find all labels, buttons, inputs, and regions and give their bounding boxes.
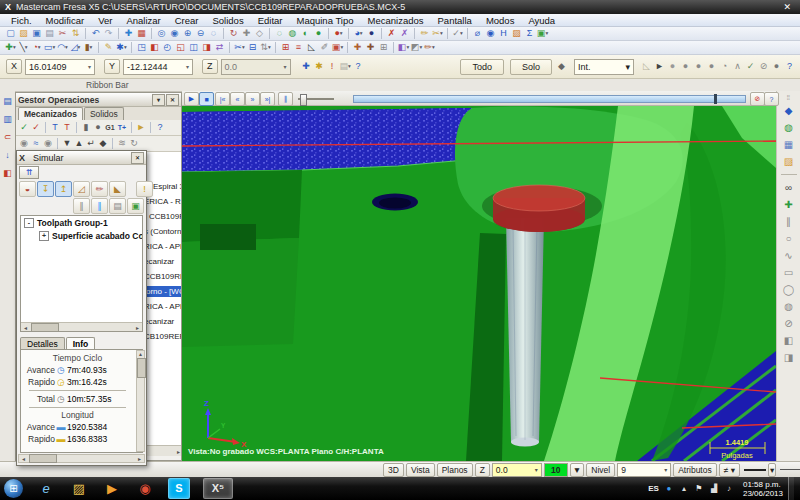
add-entity-icon[interactable]: ✚ bbox=[782, 198, 796, 211]
analyze-position-icon[interactable]: ⌀ bbox=[471, 28, 484, 40]
status-3d-button[interactable]: 3D bbox=[383, 463, 404, 477]
backplot-ops-icon[interactable]: ▮ bbox=[80, 122, 92, 134]
image-capture-icon[interactable]: ▦ bbox=[135, 28, 148, 40]
sim-show-tool-icon[interactable]: ↧ bbox=[37, 181, 54, 197]
xform-array-icon[interactable]: ⇄ bbox=[213, 42, 226, 54]
scroll-right-icon[interactable]: ▸ bbox=[133, 324, 142, 331]
wcs-grid-icon[interactable]: ⊞ bbox=[377, 42, 390, 54]
menu-fich-[interactable]: Fich. bbox=[4, 15, 39, 26]
move-down-icon[interactable]: ▼ bbox=[61, 138, 73, 150]
sim-options-icon[interactable]: ! bbox=[136, 181, 153, 197]
zoom-out-icon[interactable]: ⊖ bbox=[194, 28, 207, 40]
no-entry-icon[interactable]: ⊘ bbox=[782, 317, 796, 330]
status-vista-button[interactable]: Vista bbox=[406, 463, 435, 477]
insert-marker-icon[interactable]: ↵ bbox=[85, 138, 97, 150]
gview-screen-icon[interactable]: ▦ bbox=[782, 138, 796, 151]
modify-normal-icon[interactable]: ⇅▾ bbox=[259, 42, 272, 54]
drafting-star-icon[interactable]: ✱▾ bbox=[115, 42, 128, 54]
operation-item[interactable]: RICA - APK bbox=[144, 241, 181, 252]
analyze-dynamic-icon[interactable]: ◉ bbox=[484, 28, 497, 40]
gview-globe-icon[interactable]: ● bbox=[365, 28, 378, 40]
selection-mode-dropdown[interactable]: Int. ▾ bbox=[574, 59, 634, 75]
verify-ops-icon[interactable]: ● bbox=[92, 122, 104, 134]
dynamic-pan-icon[interactable]: ✚ bbox=[240, 28, 253, 40]
sim-hatch-blue-icon[interactable]: ∥ bbox=[91, 198, 108, 214]
tree-hscrollbar[interactable]: ◂ ▸ bbox=[21, 322, 142, 331]
scrollbar-thumb[interactable] bbox=[137, 358, 146, 378]
operation-item[interactable]: CCB109REF bbox=[144, 271, 181, 282]
step-forward-icon[interactable]: » bbox=[245, 92, 260, 106]
converters-icon[interactable]: ⇅ bbox=[69, 28, 82, 40]
screen-blank-icon[interactable]: ◩▾ bbox=[410, 42, 423, 54]
lock-posts-icon[interactable]: ◉ bbox=[42, 138, 54, 150]
xform-project-icon[interactable]: ◨ bbox=[200, 42, 213, 54]
taskbar-chrome-icon[interactable]: ◉ bbox=[135, 479, 155, 498]
rect-tool-icon[interactable]: ▭ bbox=[782, 266, 796, 279]
select-vector-icon[interactable]: ✓ bbox=[744, 61, 757, 73]
menu-analizar[interactable]: Analizar bbox=[119, 15, 167, 26]
surface-fill-icon[interactable]: ▣▾ bbox=[331, 42, 344, 54]
zoom-fit-icon[interactable]: ◌ bbox=[207, 28, 220, 40]
shading-hidden-icon[interactable]: ◍ bbox=[286, 28, 299, 40]
operations-panel-header[interactable]: Gestor Operaciones ▾ ✕ bbox=[16, 93, 181, 107]
line-width-sample[interactable] bbox=[780, 469, 800, 470]
xform-mirror-icon[interactable]: ◧ bbox=[148, 42, 161, 54]
color-dropdown-icon[interactable]: ▼ bbox=[570, 463, 584, 477]
sim-display-colors-icon[interactable]: ◒ bbox=[19, 181, 36, 197]
menu-crear[interactable]: Crear bbox=[168, 15, 206, 26]
gview-isometric-icon[interactable]: ◍ bbox=[782, 121, 796, 134]
lock-ops-icon[interactable]: ◉ bbox=[18, 138, 30, 150]
unselect-all-icon[interactable]: ⊘ bbox=[757, 61, 770, 73]
select-none-ops-icon[interactable]: ✓ bbox=[30, 122, 42, 134]
xform-translate-icon[interactable]: ◳ bbox=[135, 42, 148, 54]
tray-flag-icon[interactable]: ⚑ bbox=[694, 483, 704, 495]
select-cursor-icon[interactable]: ► bbox=[653, 61, 666, 73]
create-solid-icon[interactable]: ▮▾ bbox=[82, 42, 95, 54]
undo-icon[interactable]: ↶ bbox=[89, 28, 102, 40]
tree-item[interactable]: +Superficie acabado Contorn bbox=[21, 229, 142, 242]
scroll-left-icon[interactable]: ◂ bbox=[21, 324, 30, 331]
line-style-sample[interactable] bbox=[744, 469, 766, 471]
shading-wireframe-icon[interactable]: ◌ bbox=[273, 28, 286, 40]
gview-gnomon-icon[interactable]: ✚ bbox=[122, 28, 135, 40]
create-line-icon[interactable]: ╲▾ bbox=[17, 42, 30, 54]
taskbar-skype-icon[interactable]: S bbox=[168, 478, 190, 499]
step-back-icon[interactable]: « bbox=[230, 92, 245, 106]
ops-help-icon[interactable]: ? bbox=[154, 122, 166, 134]
gview-folder-icon[interactable]: ▨ bbox=[782, 155, 796, 168]
chevron-down-icon[interactable]: ▾ bbox=[284, 63, 287, 70]
operation-item[interactable]: RICA - APK bbox=[144, 301, 181, 312]
z-coord-field[interactable]: 0.0 ▾ bbox=[221, 59, 291, 75]
z-coord-label[interactable]: Z bbox=[202, 59, 218, 74]
refresh-ops-icon[interactable]: ↻ bbox=[128, 138, 140, 150]
sim-quick-verify-icon[interactable]: ◿ bbox=[73, 181, 90, 197]
speed-slider-thumb[interactable] bbox=[300, 94, 307, 106]
y-coord-field[interactable]: -12.12444 ▾ bbox=[123, 59, 193, 75]
create-point-icon[interactable]: ✚▾ bbox=[4, 42, 17, 54]
menu-maquina-tipo[interactable]: Maquina Tipo bbox=[290, 15, 361, 26]
status-z-button[interactable]: Z bbox=[475, 463, 490, 477]
select-chain-icon[interactable]: ∧ bbox=[731, 61, 744, 73]
join-entities-icon[interactable]: ⊟ bbox=[246, 42, 259, 54]
create-chamfer-icon[interactable]: ◿▾ bbox=[69, 42, 82, 54]
sim-brush-icon[interactable]: ✏ bbox=[91, 181, 108, 197]
tray-network-icon[interactable]: ▟ bbox=[709, 483, 719, 495]
selection-gear-icon[interactable]: ◆ bbox=[555, 61, 568, 73]
dynamic-rotate-icon[interactable]: ↻ bbox=[227, 28, 240, 40]
expand-toggle-icon[interactable]: + bbox=[39, 231, 49, 241]
start-button-icon[interactable]: ⊞ bbox=[4, 479, 23, 498]
tray-volume-icon[interactable]: ♪ bbox=[724, 483, 734, 495]
create-arc-icon[interactable]: ◔▾ bbox=[30, 42, 43, 54]
status-planos-button[interactable]: Planos bbox=[437, 463, 473, 477]
panel-collapse-icon[interactable]: ▾ bbox=[152, 94, 165, 106]
taskbar-mastercam-icon[interactable]: X⁵ bbox=[203, 478, 233, 499]
simulate-dialog-titlebar[interactable]: X Simular ✕ bbox=[17, 151, 146, 165]
taskbar-media-player-icon[interactable]: ▶ bbox=[102, 479, 122, 498]
sim-machine-icon[interactable]: ▤ bbox=[109, 198, 126, 214]
scroll-left-icon[interactable]: ◂ bbox=[19, 455, 28, 462]
y-coord-label[interactable]: Y bbox=[104, 59, 120, 74]
select-help-icon[interactable]: ? bbox=[783, 61, 796, 73]
cube-a-icon[interactable]: ◧ bbox=[782, 334, 796, 347]
dialog-close-icon[interactable]: ✕ bbox=[131, 152, 144, 164]
operation-item[interactable]: orno - [WCS bbox=[144, 286, 181, 297]
